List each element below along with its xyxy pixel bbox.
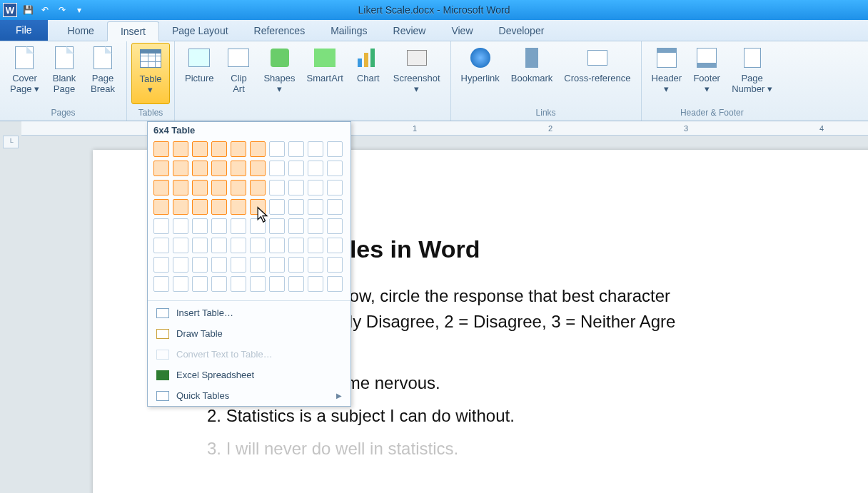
- tab-file[interactable]: File: [0, 19, 48, 41]
- grid-cell[interactable]: [211, 141, 227, 157]
- grid-cell[interactable]: [231, 180, 246, 195]
- grid-cell[interactable]: [173, 238, 188, 253]
- grid-cell[interactable]: [269, 276, 285, 292]
- grid-cell[interactable]: [231, 199, 246, 215]
- grid-cell[interactable]: [153, 141, 169, 157]
- header-button[interactable]: Header ▾: [646, 43, 688, 104]
- tab-insert[interactable]: Insert: [107, 21, 159, 41]
- grid-cell[interactable]: [211, 180, 227, 195]
- grid-cell[interactable]: [288, 276, 304, 292]
- grid-cell[interactable]: [327, 161, 343, 176]
- grid-cell[interactable]: [269, 199, 285, 215]
- grid-cell[interactable]: [250, 180, 266, 195]
- cover-page-button[interactable]: Cover Page ▾: [4, 43, 45, 104]
- grid-cell[interactable]: [153, 218, 169, 234]
- grid-cell[interactable]: [153, 257, 169, 273]
- blank-page-button[interactable]: Blank Page: [45, 43, 84, 104]
- page-number-button[interactable]: Page Number ▾: [726, 43, 778, 104]
- grid-cell[interactable]: [211, 257, 227, 273]
- grid-cell[interactable]: [231, 218, 246, 234]
- grid-cell[interactable]: [308, 199, 323, 215]
- grid-cell[interactable]: [231, 257, 246, 273]
- grid-cell[interactable]: [231, 141, 246, 157]
- grid-cell[interactable]: [308, 141, 323, 157]
- table-size-grid[interactable]: [148, 138, 350, 299]
- tab-references[interactable]: References: [241, 21, 318, 41]
- grid-cell[interactable]: [288, 180, 304, 195]
- grid-cell[interactable]: [308, 180, 323, 195]
- grid-cell[interactable]: [327, 180, 343, 195]
- grid-cell[interactable]: [211, 238, 227, 253]
- grid-cell[interactable]: [211, 199, 227, 215]
- grid-cell[interactable]: [250, 257, 266, 273]
- table-button[interactable]: Table ▾: [131, 43, 170, 104]
- grid-cell[interactable]: [308, 161, 323, 176]
- grid-cell[interactable]: [308, 218, 323, 234]
- undo-icon[interactable]: ↶: [39, 4, 51, 16]
- tab-home[interactable]: Home: [55, 21, 107, 41]
- grid-cell[interactable]: [288, 141, 304, 157]
- grid-cell[interactable]: [288, 218, 304, 234]
- grid-cell[interactable]: [211, 218, 227, 234]
- insert-table-menu-item[interactable]: Insert Table…: [148, 303, 350, 323]
- grid-cell[interactable]: [327, 141, 343, 157]
- draw-table-menu-item[interactable]: Draw Table: [148, 323, 350, 344]
- grid-cell[interactable]: [269, 257, 285, 273]
- grid-cell[interactable]: [192, 218, 208, 234]
- grid-cell[interactable]: [250, 238, 266, 253]
- grid-cell[interactable]: [327, 218, 343, 234]
- quick-tables-menu-item[interactable]: Quick Tables▶: [148, 385, 350, 406]
- grid-cell[interactable]: [269, 218, 285, 234]
- grid-cell[interactable]: [288, 161, 304, 176]
- grid-cell[interactable]: [192, 257, 208, 273]
- grid-cell[interactable]: [173, 276, 188, 292]
- grid-cell[interactable]: [211, 276, 227, 292]
- screenshot-button[interactable]: Screenshot ▾: [388, 43, 446, 104]
- redo-icon[interactable]: ↷: [56, 4, 69, 16]
- picture-button[interactable]: Picture: [179, 43, 219, 104]
- smartart-button[interactable]: SmartArt: [301, 43, 349, 104]
- grid-cell[interactable]: [250, 199, 266, 215]
- grid-cell[interactable]: [269, 238, 285, 253]
- grid-cell[interactable]: [153, 238, 169, 253]
- grid-cell[interactable]: [192, 180, 208, 195]
- grid-cell[interactable]: [153, 180, 169, 195]
- shapes-button[interactable]: Shapes ▾: [258, 43, 301, 104]
- grid-cell[interactable]: [327, 257, 343, 273]
- grid-cell[interactable]: [173, 199, 188, 215]
- grid-cell[interactable]: [153, 276, 169, 292]
- grid-cell[interactable]: [231, 161, 246, 176]
- grid-cell[interactable]: [269, 141, 285, 157]
- grid-cell[interactable]: [288, 257, 304, 273]
- chart-button[interactable]: Chart: [349, 43, 388, 104]
- footer-button[interactable]: Footer ▾: [687, 43, 726, 104]
- grid-cell[interactable]: [308, 257, 323, 273]
- tab-developer[interactable]: Developer: [486, 21, 557, 41]
- tab-mailings[interactable]: Mailings: [318, 21, 380, 41]
- grid-cell[interactable]: [173, 141, 188, 157]
- grid-cell[interactable]: [250, 161, 266, 176]
- clip-art-button[interactable]: Clip Art: [219, 43, 258, 104]
- grid-cell[interactable]: [250, 141, 266, 157]
- excel-spreadsheet-menu-item[interactable]: Excel Spreadsheet: [148, 365, 350, 385]
- save-icon[interactable]: 💾: [21, 4, 34, 16]
- hyperlink-button[interactable]: Hyperlink: [455, 43, 505, 104]
- grid-cell[interactable]: [192, 276, 208, 292]
- grid-cell[interactable]: [211, 161, 227, 176]
- qat-customize-icon[interactable]: ▾: [73, 4, 86, 16]
- grid-cell[interactable]: [269, 161, 285, 176]
- grid-cell[interactable]: [269, 180, 285, 195]
- grid-cell[interactable]: [288, 199, 304, 215]
- grid-cell[interactable]: [327, 276, 343, 292]
- grid-cell[interactable]: [288, 238, 304, 253]
- tab-review[interactable]: Review: [380, 21, 439, 41]
- grid-cell[interactable]: [173, 180, 188, 195]
- tab-page-layout[interactable]: Page Layout: [159, 21, 241, 41]
- grid-cell[interactable]: [173, 161, 188, 176]
- bookmark-button[interactable]: Bookmark: [505, 43, 559, 104]
- grid-cell[interactable]: [173, 257, 188, 273]
- tab-view[interactable]: View: [438, 21, 485, 41]
- grid-cell[interactable]: [192, 141, 208, 157]
- page-break-button[interactable]: Page Break: [84, 43, 122, 104]
- grid-cell[interactable]: [192, 238, 208, 253]
